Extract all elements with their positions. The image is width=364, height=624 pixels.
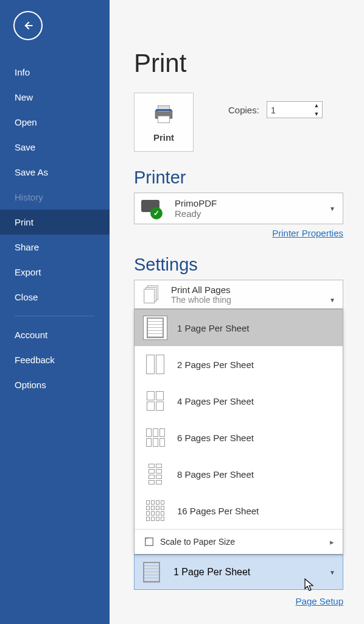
- page-setup-link[interactable]: Page Setup: [296, 596, 343, 606]
- nav-info[interactable]: Info: [0, 60, 110, 85]
- nav-save-as[interactable]: Save As: [0, 160, 110, 185]
- dd-option-1-page[interactable]: 1 Page Per Sheet: [135, 310, 343, 346]
- settings-section-title: Settings: [134, 255, 364, 275]
- nav-export[interactable]: Export: [0, 260, 110, 285]
- chevron-down-icon: ▼: [329, 569, 335, 576]
- one-page-icon: [143, 316, 167, 340]
- printer-icon: [152, 104, 176, 124]
- print-pages-subtitle: The whole thing: [171, 295, 334, 305]
- four-page-icon: [143, 389, 167, 413]
- nav-account[interactable]: Account: [0, 322, 110, 347]
- six-page-icon: [143, 425, 167, 450]
- chevron-down-icon: ▼: [329, 297, 335, 303]
- printer-status: Ready: [175, 208, 217, 219]
- nav-open[interactable]: Open: [0, 110, 110, 135]
- svg-rect-3: [156, 109, 172, 111]
- copies-label: Copies:: [228, 105, 259, 115]
- svg-rect-6: [144, 289, 155, 303]
- nav-print[interactable]: Print: [0, 210, 110, 235]
- back-arrow-icon: [22, 20, 34, 32]
- nav-options[interactable]: Options: [0, 372, 110, 397]
- svg-rect-7: [145, 538, 153, 546]
- nav-save[interactable]: Save: [0, 135, 110, 160]
- scale-icon: [143, 536, 155, 548]
- printer-name: PrimoPDF: [175, 198, 217, 208]
- back-button[interactable]: [13, 11, 43, 40]
- printer-selector[interactable]: ✓ PrimoPDF Ready ▼: [134, 193, 343, 224]
- main-content: Print Print Copies: 1 ▲ ▼ Printer i ✓ Pr…: [110, 0, 364, 624]
- printer-section-title: Printer: [134, 168, 364, 188]
- print-button[interactable]: Print: [134, 93, 194, 152]
- pages-per-sheet-selector[interactable]: 1 Page Per Sheet ▼: [134, 555, 343, 590]
- dd-option-2-pages[interactable]: 2 Pages Per Sheet: [135, 346, 343, 383]
- copies-row: Copies: 1 ▲ ▼: [228, 101, 323, 118]
- copies-spin-down[interactable]: ▼: [311, 110, 322, 118]
- printer-properties-link[interactable]: Printer Properties: [272, 228, 343, 238]
- copies-value[interactable]: 1: [267, 105, 311, 115]
- chevron-right-icon: ▸: [330, 537, 334, 547]
- pages-per-sheet-dropdown: 1 Page Per Sheet 2 Pages Per Sheet 4 Pag…: [134, 309, 343, 555]
- nav-share[interactable]: Share: [0, 235, 110, 260]
- sidebar: Info New Open Save Save As History Print…: [0, 0, 110, 624]
- nav-feedback[interactable]: Feedback: [0, 347, 110, 372]
- two-page-icon: [143, 352, 167, 377]
- page-title: Print: [134, 49, 364, 78]
- nav-history: History: [0, 185, 110, 210]
- print-pages-selector[interactable]: Print All Pages The whole thing ▼: [134, 280, 343, 309]
- dd-option-4-pages[interactable]: 4 Pages Per Sheet: [135, 383, 343, 419]
- nav-separator: [15, 316, 95, 316]
- dd-scale-to-paper[interactable]: Scale to Paper Size ▸: [135, 529, 343, 554]
- dd-option-8-pages[interactable]: 8 Pages Per Sheet: [135, 456, 343, 492]
- dd-option-16-pages[interactable]: 16 Pages Per Sheet: [135, 492, 343, 529]
- copies-spin-up[interactable]: ▲: [311, 101, 322, 110]
- nav-new[interactable]: New: [0, 85, 110, 110]
- svg-rect-2: [158, 116, 169, 122]
- sixteen-page-icon: [143, 498, 167, 523]
- cursor-icon: [304, 578, 316, 592]
- printer-status-icon: ✓: [139, 199, 165, 218]
- pages-stack-icon: [139, 282, 164, 307]
- print-button-label: Print: [153, 132, 174, 143]
- copies-input[interactable]: 1 ▲ ▼: [267, 101, 323, 118]
- one-page-icon: [139, 560, 164, 584]
- print-pages-title: Print All Pages: [171, 285, 334, 295]
- chevron-down-icon: ▼: [329, 205, 335, 212]
- nav-close[interactable]: Close: [0, 285, 110, 310]
- dd-option-6-pages[interactable]: 6 Pages Per Sheet: [135, 419, 343, 456]
- eight-page-icon: [143, 462, 167, 486]
